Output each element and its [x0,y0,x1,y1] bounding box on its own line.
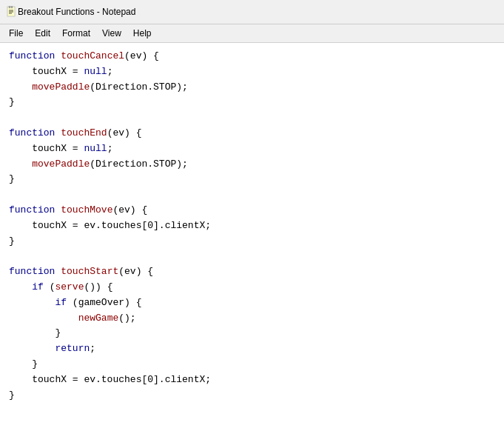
code-line: touchX = ev.touches[0].clientX; [9,218,495,234]
code-line: function touchMove(ev) { [9,203,495,218]
code-line [9,249,495,264]
code-line: if (serve()) { [9,280,495,295]
code-line: } [9,95,495,110]
code-line: touchX = null; [9,141,495,157]
menu-edit[interactable]: Edit [29,27,56,40]
code-line: } [9,388,495,404]
code-line: } [9,326,495,341]
title-bar: Breakout Functions - Notepad [0,0,504,24]
code-line: function touchCancel(ev) { [9,49,495,64]
title-bar-text: Breakout Functions - Notepad [18,7,135,17]
code-line: return; [9,341,495,357]
menu-format[interactable]: Format [56,27,96,40]
editor-area[interactable]: function touchCancel(ev) { touchX = null… [0,43,504,431]
code-line: function touchEnd(ev) { [9,126,495,141]
svg-rect-1 [9,6,10,8]
code-line: touchX = ev.touches[0].clientX; [9,372,495,388]
menu-help[interactable]: Help [127,27,158,40]
code-line: } [9,357,495,372]
menu-bar: File Edit Format View Help [0,24,504,43]
code-line: } [9,172,495,187]
code-line: newGame(); [9,311,495,327]
code-line: } [9,234,495,250]
notepad-icon [6,6,18,18]
svg-rect-2 [11,6,13,8]
code-line [9,187,495,203]
code-line: movePaddle(Direction.STOP); [9,157,495,173]
menu-view[interactable]: View [96,27,127,40]
code-line: touchX = null; [9,64,495,80]
menu-file[interactable]: File [3,27,29,40]
code-line: function touchStart(ev) { [9,264,495,280]
code-line [9,110,495,126]
code-line: movePaddle(Direction.STOP); [9,80,495,96]
code-line: if (gameOver) { [9,295,495,311]
